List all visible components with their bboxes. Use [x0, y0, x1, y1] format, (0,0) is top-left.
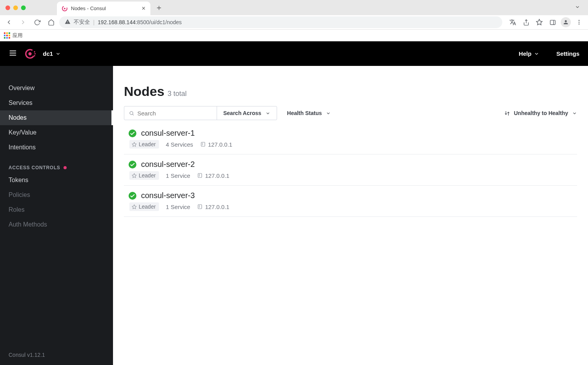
search-across-dropdown[interactable]: Search Across [217, 106, 277, 120]
insecure-icon [65, 19, 71, 26]
kebab-menu-icon[interactable] [573, 16, 585, 28]
hamburger-menu-icon[interactable] [9, 49, 17, 59]
nav-reload-button[interactable] [31, 16, 43, 28]
profile-avatar[interactable] [560, 16, 572, 28]
leader-badge: Leader [129, 202, 159, 211]
node-address: 127.0.0.1 [197, 204, 230, 210]
help-menu[interactable]: Help [519, 50, 539, 57]
url-port: :8500 [136, 19, 149, 25]
new-tab-button[interactable]: ＋ [155, 2, 163, 13]
tab-title: Nodes - Consul [71, 5, 106, 11]
tab-close-icon[interactable]: ✕ [141, 5, 146, 11]
node-services: 1 Service [166, 204, 191, 210]
bookmark-apps-label[interactable]: 应用 [12, 32, 23, 39]
sidebar: Overview Services Nodes Key/Value Intent… [0, 66, 113, 365]
health-passing-icon [129, 129, 136, 137]
health-passing-icon [129, 192, 136, 200]
search-box[interactable] [124, 106, 217, 120]
star-icon [132, 142, 137, 147]
share-icon[interactable] [520, 16, 532, 28]
address-separator: | [93, 19, 95, 25]
sidebar-item-roles[interactable]: Roles [0, 202, 113, 217]
node-services: 4 Services [166, 141, 193, 148]
sidebar-item-tokens[interactable]: Tokens [0, 173, 113, 188]
nav-home-button[interactable] [45, 16, 57, 28]
node-row[interactable]: consul-server-3 Leader 1 Service 127.0.0… [124, 186, 577, 217]
sort-icon [504, 110, 510, 116]
main-content: Nodes 3 total Search Across Health Statu… [113, 66, 588, 365]
health-status-label: Health Status [287, 110, 322, 116]
svg-point-8 [579, 23, 580, 25]
leader-badge: Leader [129, 171, 159, 180]
sidebar-item-policies[interactable]: Policies [0, 188, 113, 202]
sidebar-item-overview[interactable]: Overview [0, 81, 113, 96]
filter-bar: Search Across Health Status Unhealthy to… [124, 106, 577, 120]
help-label: Help [519, 50, 531, 57]
window-zoom-icon[interactable] [21, 5, 26, 10]
sort-label: Unhealthy to Healthy [514, 110, 568, 116]
health-passing-icon [129, 161, 136, 168]
node-row[interactable]: consul-server-2 Leader 1 Service 127.0.0… [124, 154, 577, 186]
bookmark-star-icon[interactable] [533, 16, 545, 28]
bookmarks-bar: 应用 [0, 30, 588, 41]
star-icon [132, 173, 137, 178]
address-bar[interactable]: 不安全 | 192.168.88.144:8500/ui/dc1/nodes [59, 16, 502, 28]
svg-point-1 [64, 8, 65, 9]
svg-point-15 [34, 53, 35, 54]
network-icon [197, 204, 203, 209]
sidepanel-icon[interactable] [547, 16, 558, 28]
sidebar-item-nodes[interactable]: Nodes [0, 110, 113, 125]
window-minimize-icon[interactable] [13, 5, 18, 10]
apps-grid-icon[interactable] [4, 32, 10, 39]
search-icon [129, 110, 134, 116]
consul-logo-icon[interactable] [24, 48, 36, 60]
browser-tab[interactable]: Nodes - Consul ✕ [57, 2, 150, 15]
node-address: 127.0.0.1 [200, 141, 233, 148]
browser-toolbar: 不安全 | 192.168.88.144:8500/ui/dc1/nodes [0, 15, 588, 30]
window-close-icon[interactable] [5, 5, 10, 10]
sidebar-item-authmethods[interactable]: Auth Methods [0, 217, 113, 232]
search-wrap: Search Across [124, 106, 277, 120]
svg-point-17 [130, 112, 133, 115]
chevron-down-icon [55, 51, 61, 57]
svg-point-14 [34, 51, 35, 52]
tabs-dropdown-icon[interactable] [575, 4, 580, 11]
node-name: consul-server-2 [141, 160, 195, 169]
svg-marker-32 [132, 205, 136, 209]
chevron-down-icon [572, 111, 577, 116]
sidebar-item-keyvalue[interactable]: Key/Value [0, 125, 113, 140]
window-controls [5, 5, 26, 10]
node-list: consul-server-1 Leader 4 Services 127.0.… [124, 123, 577, 217]
settings-link[interactable]: Settings [556, 50, 579, 57]
datacenter-picker[interactable]: dc1 [43, 50, 61, 57]
health-status-filter[interactable]: Health Status [287, 106, 331, 120]
sidebar-section-access: ACCESS CONTROLS [0, 155, 113, 173]
node-name: consul-server-3 [141, 191, 195, 200]
network-icon [200, 142, 206, 147]
sort-dropdown[interactable]: Unhealthy to Healthy [504, 106, 577, 120]
network-icon [197, 173, 203, 178]
page-count: 3 total [168, 90, 187, 98]
security-label: 不安全 [74, 19, 90, 26]
url-path: /ui/dc1/nodes [149, 19, 182, 25]
svg-point-16 [34, 55, 35, 56]
sidebar-item-services[interactable]: Services [0, 96, 113, 110]
nav-forward-button[interactable] [17, 16, 29, 28]
chevron-down-icon [534, 51, 539, 57]
url-host: 192.168.88.144 [98, 19, 136, 25]
sidebar-item-intentions[interactable]: Intentions [0, 140, 113, 155]
node-services: 1 Service [166, 172, 191, 179]
chevron-down-icon [265, 111, 270, 116]
search-input[interactable] [137, 110, 212, 117]
node-row[interactable]: consul-server-1 Leader 4 Services 127.0.… [124, 123, 577, 154]
svg-marker-3 [537, 19, 542, 25]
sidebar-version: Consul v1.12.1 [0, 345, 113, 365]
sidebar-section-label: ACCESS CONTROLS [9, 165, 60, 170]
svg-point-13 [28, 52, 32, 55]
search-across-label: Search Across [223, 110, 261, 116]
star-icon [132, 204, 137, 209]
svg-rect-4 [550, 20, 555, 24]
translate-icon[interactable] [507, 16, 519, 28]
nav-back-button[interactable] [3, 16, 15, 28]
svg-point-7 [579, 22, 580, 23]
